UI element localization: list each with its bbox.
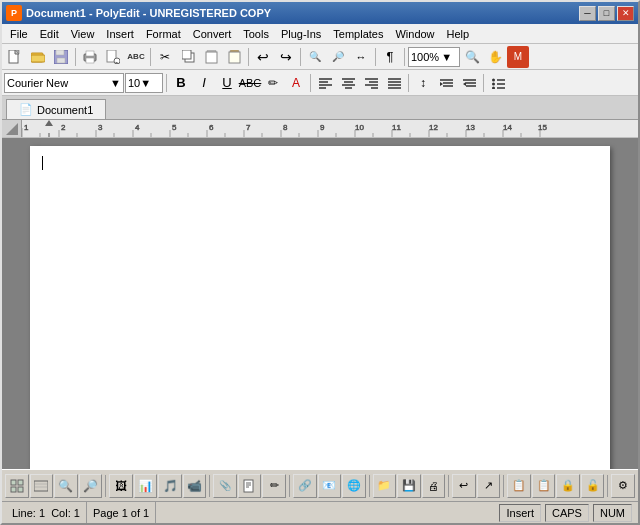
menu-help[interactable]: Help (441, 26, 476, 42)
btm-sep-4 (369, 475, 370, 497)
ruler-corner[interactable] (2, 120, 22, 138)
paragraph-button[interactable]: ¶ (379, 46, 401, 68)
find-button[interactable]: 🔍 (304, 46, 326, 68)
line-value: 1 (39, 507, 45, 519)
btm-btn-3[interactable]: 🔍 (54, 474, 78, 498)
editor-area[interactable] (2, 138, 638, 469)
copy-button[interactable] (177, 46, 199, 68)
italic-button[interactable]: I (193, 72, 215, 94)
macro-button[interactable]: M (507, 46, 529, 68)
main-window: P Document1 - PolyEdit - UNREGISTERED CO… (0, 0, 640, 525)
save-button[interactable] (50, 46, 72, 68)
outdent-button[interactable] (458, 72, 480, 94)
spell-button[interactable]: ABC (125, 46, 147, 68)
btm-btn-4[interactable]: 🔎 (79, 474, 103, 498)
paste-button[interactable] (200, 46, 222, 68)
btm-btn-22[interactable]: 🔒 (556, 474, 580, 498)
btm-btn-11[interactable]: ✏ (262, 474, 286, 498)
col-label: Col: (51, 507, 71, 519)
menu-window[interactable]: Window (389, 26, 440, 42)
separator-4 (300, 48, 301, 66)
btm-btn-9[interactable]: 📎 (213, 474, 237, 498)
minimize-button[interactable]: ─ (579, 6, 596, 21)
highlight-button[interactable]: ✏ (262, 72, 284, 94)
btm-btn-13[interactable]: 📧 (318, 474, 342, 498)
btm-btn-24[interactable]: ⚙ (611, 474, 635, 498)
align-right-button[interactable] (360, 72, 382, 94)
svg-text:4: 4 (135, 123, 140, 132)
page-status: Page 1 of 1 (87, 502, 156, 523)
svg-text:2: 2 (61, 123, 66, 132)
replace-button[interactable]: ↔ (350, 46, 372, 68)
line-spacing-button[interactable]: ↕ (412, 72, 434, 94)
menu-view[interactable]: View (65, 26, 101, 42)
menu-tools[interactable]: Tools (237, 26, 275, 42)
svg-text:15: 15 (538, 123, 547, 132)
bottom-toolbar: 🔍 🔎 🖼 📊 🎵 📹 📎 ✏ 🔗 📧 🌐 📁 💾 🖨 ↩ ↗ 📋 📋 🔒 🔓 … (2, 469, 638, 501)
menu-templates[interactable]: Templates (327, 26, 389, 42)
cut-button[interactable]: ✂ (154, 46, 176, 68)
print-button[interactable] (79, 46, 101, 68)
svg-text:14: 14 (503, 123, 512, 132)
menu-format[interactable]: Format (140, 26, 187, 42)
btm-btn-18[interactable]: ↩ (452, 474, 476, 498)
svg-rect-9 (86, 58, 94, 63)
svg-point-47 (492, 86, 495, 89)
align-center-button[interactable] (337, 72, 359, 94)
size-arrow: ▼ (140, 77, 151, 89)
btm-sep-2 (209, 475, 210, 497)
zoom-dropdown[interactable]: 100% ▼ (408, 47, 460, 67)
indent-button[interactable] (435, 72, 457, 94)
btm-btn-1[interactable] (5, 474, 29, 498)
align-left-button[interactable] (314, 72, 336, 94)
new-button[interactable] (4, 46, 26, 68)
hand-button[interactable]: ✋ (484, 46, 506, 68)
btm-btn-6[interactable]: 📊 (134, 474, 158, 498)
btm-btn-15[interactable]: 📁 (373, 474, 397, 498)
close-button[interactable]: ✕ (617, 6, 634, 21)
open-button[interactable] (27, 46, 49, 68)
menu-edit[interactable]: Edit (34, 26, 65, 42)
document-page[interactable] (30, 146, 610, 469)
btm-btn-8[interactable]: 📹 (183, 474, 207, 498)
strikethrough-button[interactable]: ABC (239, 72, 261, 94)
format-paste-button[interactable] (223, 46, 245, 68)
btm-btn-12[interactable]: 🔗 (293, 474, 317, 498)
zoom-in-button[interactable]: 🔍 (461, 46, 483, 68)
btm-btn-19[interactable]: ↗ (477, 474, 501, 498)
btm-btn-14[interactable]: 🌐 (342, 474, 366, 498)
btm-btn-21[interactable]: 📋 (532, 474, 556, 498)
size-dropdown[interactable]: 10 ▼ (125, 73, 163, 93)
btm-btn-2[interactable] (30, 474, 54, 498)
main-toolbar: ABC ✂ ↩ ↪ 🔍 🔎 ↔ ¶ 100% ▼ 🔍 ✋ M (2, 44, 638, 70)
preview-button[interactable] (102, 46, 124, 68)
undo-button[interactable]: ↩ (252, 46, 274, 68)
btm-btn-10[interactable] (238, 474, 262, 498)
btm-btn-16[interactable]: 💾 (397, 474, 421, 498)
svg-rect-104 (244, 480, 253, 492)
justify-button[interactable] (383, 72, 405, 94)
font-color-button[interactable]: A (285, 72, 307, 94)
font-dropdown[interactable]: Courier New ▼ (4, 73, 124, 93)
svg-rect-14 (182, 50, 191, 59)
menu-plugins[interactable]: Plug-Ins (275, 26, 327, 42)
menu-convert[interactable]: Convert (187, 26, 238, 42)
font-name: Courier New (7, 77, 68, 89)
redo-button[interactable]: ↪ (275, 46, 297, 68)
insert-label: Insert (506, 507, 534, 519)
find2-button[interactable]: 🔎 (327, 46, 349, 68)
svg-text:7: 7 (246, 123, 251, 132)
btm-btn-5[interactable]: 🖼 (109, 474, 133, 498)
underline-button[interactable]: U (216, 72, 238, 94)
btm-btn-20[interactable]: 📋 (507, 474, 531, 498)
svg-rect-16 (206, 52, 217, 63)
btm-btn-7[interactable]: 🎵 (158, 474, 182, 498)
btm-btn-17[interactable]: 🖨 (422, 474, 446, 498)
document-tab[interactable]: 📄 Document1 (6, 99, 106, 119)
menu-file[interactable]: File (4, 26, 34, 42)
btm-btn-23[interactable]: 🔓 (581, 474, 605, 498)
list-button[interactable] (487, 72, 509, 94)
menu-insert[interactable]: Insert (100, 26, 140, 42)
maximize-button[interactable]: □ (598, 6, 615, 21)
bold-button[interactable]: B (170, 72, 192, 94)
